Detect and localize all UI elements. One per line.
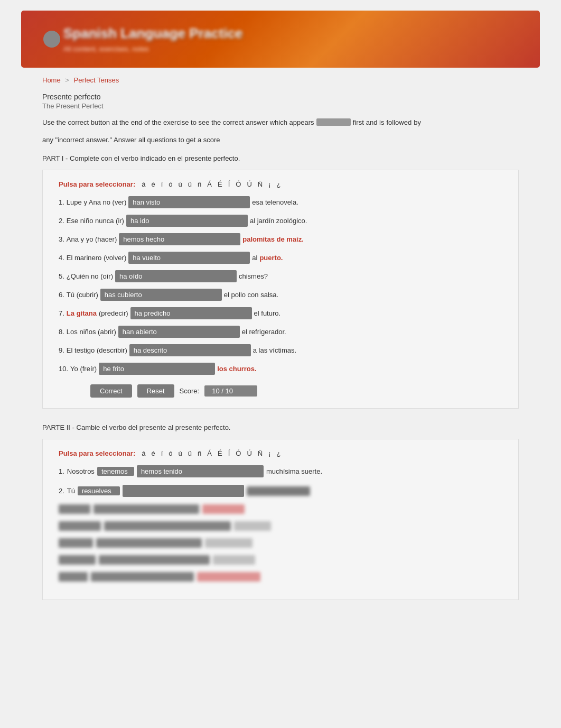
ex6-answer-container: has cubierto [100, 289, 222, 301]
score-value-container: 10 / 10 [204, 385, 257, 397]
instructions-andis: and is [366, 118, 385, 126]
ex3-after: palomitas de maíz. [242, 235, 304, 243]
p2-char-O-acute[interactable]: Ó [234, 449, 242, 458]
p2-blurred-rows [59, 504, 502, 582]
p2-char-A-acute[interactable]: Á [205, 449, 213, 458]
p2-char-I-acute[interactable]: Í [227, 449, 232, 458]
reset-button[interactable]: Reset [137, 384, 174, 398]
p2-char-E-acute[interactable]: É [216, 449, 224, 458]
p2-ex2-tu: Tú [67, 487, 75, 495]
char-i-acute[interactable]: í [160, 180, 165, 189]
ex6-before: Tú (cubrir) [67, 291, 98, 299]
ex5-answer: ha oído [119, 272, 142, 280]
ex9-after: a las víctimas. [253, 346, 296, 354]
instructions-line2: any "incorrect answer." Answer all quest… [42, 136, 519, 144]
exercise-item-6: 6. Tú (cubrir) has cubierto el pollo con… [59, 289, 502, 301]
ex9-answer: ha descrito [134, 346, 167, 354]
ex10-answer-container: he frito [99, 363, 215, 375]
char-inv-question[interactable]: ¿ [275, 180, 283, 189]
ex5-answer-container: ha oído [115, 270, 237, 282]
ex1-answer: han visto [133, 198, 160, 206]
ex8-answer-container: han abierto [118, 326, 240, 338]
score-value: 10 / 10 [212, 387, 233, 395]
p2-char-i-acute[interactable]: í [160, 449, 165, 458]
ex7-answer-container: ha predicho [130, 307, 252, 319]
part1-title: PART I - Complete con el verbo indicado … [42, 154, 519, 162]
instructions-followed: followed [386, 118, 412, 126]
part1-btn-row: Correct Reset Score: 10 / 10 [59, 384, 502, 398]
ex1-after: esa telenovela. [252, 198, 298, 206]
p2-char-U-acute[interactable]: Ú [245, 449, 253, 458]
ex7-answer: ha predicho [135, 309, 171, 317]
char-A-acute[interactable]: Á [205, 180, 213, 189]
breadcrumb-current: Perfect Tenses [74, 76, 119, 84]
instructions-inline1 [316, 118, 351, 126]
ex7-num: 7. [59, 309, 64, 317]
char-u-uml[interactable]: ü [186, 180, 193, 189]
p2-char-inv-excl[interactable]: ¡ [267, 449, 272, 458]
p2-ex1-answer-container: hemos tenido [137, 465, 264, 477]
exercise-item-3: 3. Ana y yo (hacer) hemos hecho palomita… [59, 233, 502, 245]
ex1-before: Lupe y Ana no (ver) [67, 198, 126, 206]
char-a-acute[interactable]: á [140, 180, 147, 189]
ex7-gitana: La gitana [67, 309, 97, 317]
exercise-item-7: 7. La gitana (predecir) ha predicho el f… [59, 307, 502, 319]
exercise-item-4: 4. El marinero (volver) ha vuelto al pue… [59, 252, 502, 264]
p2-blurred-row-5 [59, 538, 502, 548]
char-e-acute[interactable]: é [149, 180, 156, 189]
exercise-panel-2: Pulsa para seleccionar: á é í ó ú ü ñ Á … [42, 439, 519, 600]
p2-ex2-resuelves: resuelves [78, 486, 120, 495]
char-u-acute[interactable]: ú [177, 180, 184, 189]
p2-char-N-tilde[interactable]: Ñ [256, 449, 264, 458]
p2-ex1-nosotros: Nosotros [67, 467, 95, 475]
p2-char-inv-question[interactable]: ¿ [275, 449, 283, 458]
char-E-acute[interactable]: É [216, 180, 224, 189]
ex1-num: 1. [59, 198, 64, 206]
p2-char-u-acute[interactable]: ú [177, 449, 184, 458]
exercise-item-10: 10. Yo (freír) he frito los churros. [59, 363, 502, 375]
ex10-before: Yo (freír) [70, 365, 97, 373]
p2-char-a-acute[interactable]: á [140, 449, 147, 458]
ex4-answer-container: ha vuelto [128, 252, 250, 264]
ex4-num: 4. [59, 254, 64, 262]
special-chars-label-2: Pulsa para seleccionar: [59, 449, 135, 457]
exercise-item-2: 2. Ese niño nunca (ir) ha ido al jardín … [59, 215, 502, 227]
ex5-num: 5. [59, 272, 64, 280]
ex2-answer: ha ido [130, 217, 149, 225]
p2-char-n-tilde[interactable]: ñ [196, 449, 203, 458]
ex2-num: 2. [59, 217, 64, 225]
site-title: Spanish Language Practice [63, 25, 498, 42]
instructions: Use the correct button at the end of the… [42, 118, 518, 126]
ex6-num: 6. [59, 291, 64, 299]
p2-exercise-item-2: 2. Tú resuelves [59, 485, 502, 497]
char-o-acute[interactable]: ó [167, 180, 174, 189]
exercise-item-5: 5. ¿Quién no (oír) ha oído chismes? [59, 270, 502, 282]
ex3-answer-container: hemos hecho [119, 233, 240, 245]
char-O-acute[interactable]: Ó [234, 180, 242, 189]
p2-char-o-acute[interactable]: ó [167, 449, 174, 458]
ex8-num: 8. [59, 328, 64, 336]
p2-char-e-acute[interactable]: é [149, 449, 156, 458]
char-I-acute[interactable]: Í [227, 180, 232, 189]
ex8-answer: han abierto [123, 328, 157, 336]
char-N-tilde[interactable]: Ñ [256, 180, 264, 189]
char-U-acute[interactable]: Ú [245, 180, 253, 189]
char-inv-excl[interactable]: ¡ [267, 180, 272, 189]
ex6-after: el pollo con salsa. [224, 291, 278, 299]
p2-char-u-uml[interactable]: ü [186, 449, 193, 458]
p2-blurred-row-6 [59, 555, 502, 565]
p2-ex2-after-blurred [247, 486, 310, 496]
p2-blurred-row-7 [59, 572, 502, 582]
breadcrumb-home[interactable]: Home [42, 76, 61, 84]
correct-button[interactable]: Correct [90, 384, 132, 398]
char-n-tilde[interactable]: ñ [196, 180, 203, 189]
ex9-before: El testigo (describir) [67, 346, 127, 354]
ex4-answer: ha vuelto [133, 254, 161, 262]
ex7-before: (predecir) [99, 309, 128, 317]
part2-section: PARTE II - Cambie el verbo del presente … [42, 423, 519, 600]
ex7-after: el futuro. [254, 309, 281, 317]
ex8-before: Los niños (abrir) [67, 328, 116, 336]
ex3-before: Ana y yo (hacer) [67, 235, 117, 243]
instructions-text1: Use the correct button at the end of the… [42, 118, 314, 126]
special-chars-label-1: Pulsa para seleccionar: [59, 180, 135, 188]
